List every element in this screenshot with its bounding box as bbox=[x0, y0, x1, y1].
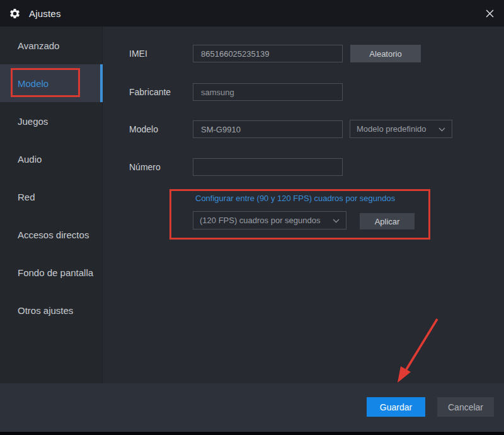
numero-label: Número bbox=[129, 161, 161, 173]
sidebar-item-label: Juegos bbox=[18, 116, 48, 127]
fps-note: Configurar entre (90 y 120 FPS) cuadros … bbox=[195, 194, 395, 203]
fps-dropdown[interactable]: (120 FPS) cuadros por segundos bbox=[193, 211, 346, 229]
fps-dropdown-value: (120 FPS) cuadros por segundos bbox=[200, 216, 321, 225]
imei-label: IMEI bbox=[129, 47, 147, 60]
sidebar-item-fondo-de-pantalla[interactable]: Fondo de pantalla bbox=[0, 253, 102, 291]
gear-icon bbox=[9, 8, 21, 20]
apply-fps-button[interactable]: Aplicar bbox=[360, 213, 415, 229]
sidebar-item-label: Modelo bbox=[18, 78, 49, 89]
chevron-down-icon bbox=[438, 124, 445, 134]
window-bottom-edge bbox=[0, 432, 504, 435]
sidebar-item-juegos[interactable]: Juegos bbox=[0, 102, 102, 140]
sidebar: Avanzado Modelo Juegos Audio Red Accesos… bbox=[0, 26, 103, 383]
cancel-button[interactable]: Cancelar bbox=[437, 397, 494, 417]
imei-input[interactable] bbox=[193, 45, 343, 62]
save-button[interactable]: Guardar bbox=[367, 397, 425, 417]
model-preset-dropdown-value: Modelo predefinido bbox=[357, 124, 427, 134]
footer-bar: Guardar Cancelar bbox=[0, 383, 504, 432]
numero-input[interactable] bbox=[193, 158, 343, 176]
model-settings-form: IMEI Aleatorio Fabricante Modelo Modelo … bbox=[103, 26, 504, 383]
settings-window: Ajustes Avanzado Modelo Juegos Audio Red… bbox=[0, 0, 504, 435]
sidebar-item-label: Avanzado bbox=[18, 40, 59, 51]
sidebar-item-label: Accesos directos bbox=[18, 229, 89, 240]
sidebar-item-modelo[interactable]: Modelo bbox=[0, 64, 102, 102]
sidebar-item-accesos-directos[interactable]: Accesos directos bbox=[0, 216, 102, 253]
close-icon[interactable] bbox=[484, 8, 495, 19]
random-imei-button[interactable]: Aleatorio bbox=[350, 45, 421, 62]
chevron-down-icon bbox=[333, 216, 340, 225]
sidebar-item-label: Red bbox=[18, 192, 35, 202]
fabricante-label: Fabricante bbox=[129, 86, 171, 98]
sidebar-item-label: Audio bbox=[18, 154, 42, 165]
sidebar-item-otros-ajustes[interactable]: Otros ajustes bbox=[0, 291, 102, 329]
sidebar-item-label: Fondo de pantalla bbox=[18, 267, 93, 278]
window-title: Ajustes bbox=[29, 8, 61, 19]
titlebar: Ajustes bbox=[0, 0, 504, 26]
modelo-input[interactable] bbox=[193, 120, 343, 138]
sidebar-item-avanzado[interactable]: Avanzado bbox=[0, 26, 102, 64]
sidebar-item-audio[interactable]: Audio bbox=[0, 140, 102, 178]
fabricante-input[interactable] bbox=[193, 83, 343, 101]
modelo-label: Modelo bbox=[129, 123, 158, 136]
sidebar-item-red[interactable]: Red bbox=[0, 178, 102, 216]
sidebar-item-label: Otros ajustes bbox=[18, 305, 73, 316]
model-preset-dropdown[interactable]: Modelo predefinido bbox=[350, 120, 452, 138]
